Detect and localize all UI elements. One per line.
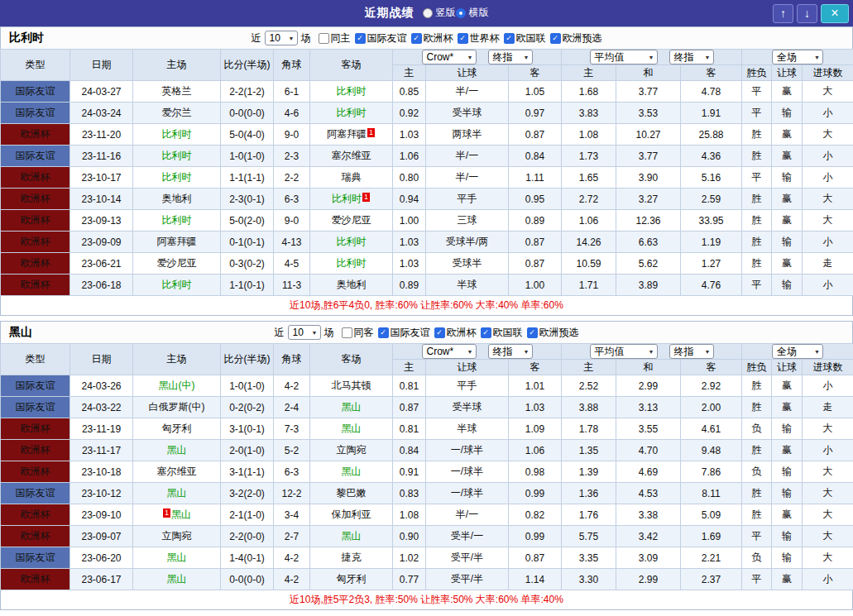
odds-final-select[interactable]: 终指▼: [488, 50, 533, 64]
bookmaker-select[interactable]: Crow*▼: [422, 50, 477, 64]
match-row: 欧洲杯23-10-18塞尔维亚3-1(1-1)6-3黑山0.91一/球半0.98…: [1, 461, 853, 483]
filter-checkbox-3[interactable]: ✓欧国联: [481, 326, 523, 340]
match-row: 国际友谊23-06-20黑山1-4(0-1)4-2捷克1.02受平/半0.873…: [1, 547, 853, 569]
filter-checkbox-1[interactable]: ✓国际友谊: [355, 31, 407, 45]
col-header-odds-away: 客: [509, 360, 562, 375]
match-row: 欧洲杯23-11-17黑山2-0(1-0)5-2立陶宛0.84一/球半1.061…: [1, 440, 853, 461]
checkbox-checked-icon: ✓: [378, 327, 389, 338]
handicap-cell: 受球半: [426, 253, 509, 275]
fullmatch-select[interactable]: 全场▼: [772, 50, 823, 64]
filter-checkbox-0[interactable]: 同客: [342, 326, 374, 340]
odds-final-select[interactable]: 终指▼: [488, 344, 533, 359]
average-final-select[interactable]: 终指▼: [669, 50, 714, 64]
move-up-button[interactable]: ↑: [773, 4, 793, 23]
team-section: 比利时 近 10▼ 场 同主✓国际友谊✓欧洲杯✓世界杯✓欧国联✓欧洲预选 类型 …: [0, 26, 853, 316]
competition-type-cell: 欧洲杯: [1, 210, 70, 232]
winlose-result-cell: 胜: [742, 253, 772, 275]
filter-checkbox-3[interactable]: ✓世界杯: [458, 31, 500, 45]
competition-type-cell: 欧洲杯: [1, 275, 70, 296]
close-button[interactable]: ×: [821, 4, 849, 23]
dropdown-arrow-icon: ▼: [705, 349, 711, 355]
team-label: 阿塞拜疆: [157, 236, 197, 247]
avg-away-cell: 1.69: [681, 526, 742, 547]
handicap-cell: 平手: [426, 375, 509, 397]
filter-checkbox-5[interactable]: ✓欧洲预选: [550, 31, 602, 45]
avg-home-cell: 3.35: [562, 547, 616, 569]
avg-draw-cell: 10.27: [616, 124, 681, 146]
team-label: 黑山: [167, 573, 187, 585]
filter-checkbox-4[interactable]: ✓欧洲预选: [527, 326, 579, 340]
winlose-result-cell: 平: [742, 569, 772, 590]
col-header-date: 日期: [70, 344, 133, 375]
filter-checkbox-0[interactable]: 同主: [319, 31, 351, 45]
avg-home-cell: 1.35: [562, 440, 616, 461]
competition-type-cell: 国际友谊: [1, 397, 70, 418]
col-header-type: 类型: [1, 50, 70, 81]
home-team-cell: 白俄罗斯(中): [133, 397, 221, 418]
competition-filters: 同客✓国际友谊✓欧洲杯✓欧国联✓欧洲预选: [338, 326, 579, 340]
checkbox-label: 同主: [331, 31, 351, 45]
team-label: 立陶宛: [337, 444, 367, 456]
handicap-result-cell: 赢: [772, 253, 803, 275]
away-team-cell: 黑山: [310, 526, 393, 547]
match-count-select[interactable]: 10▼: [265, 31, 298, 45]
avg-draw-cell: 3.90: [616, 167, 681, 189]
home-odds-cell: 0.94: [393, 189, 426, 210]
score-cell: 2-0(1-0): [221, 440, 274, 461]
filter-checkbox-2[interactable]: ✓欧洲杯: [411, 31, 453, 45]
handicap-cell: 受半球: [426, 103, 509, 124]
competition-type-cell: 欧洲杯: [1, 504, 70, 526]
avg-draw-cell: 4.53: [616, 483, 681, 504]
average-select[interactable]: 平均值▼: [590, 344, 658, 359]
filter-checkbox-2[interactable]: ✓欧洲杯: [434, 326, 477, 340]
team-label: 黎巴嫩: [337, 487, 367, 499]
checkbox-label: 国际友谊: [367, 31, 407, 45]
layout-radio-1[interactable]: 横版: [456, 6, 489, 20]
fullmatch-select[interactable]: 全场▼: [772, 344, 823, 359]
filter-checkbox-4[interactable]: ✓欧国联: [504, 31, 546, 45]
avg-draw-cell: 5.62: [616, 253, 681, 275]
avg-away-cell: 4.36: [681, 146, 742, 167]
home-team-cell: 黑山(中): [133, 375, 221, 397]
corner-cell: 2-3: [274, 146, 310, 167]
home-odds-cell: 0.90: [393, 526, 426, 547]
home-team-cell: 塞尔维亚: [133, 461, 221, 483]
home-odds-cell: 1.03: [393, 124, 426, 146]
average-select[interactable]: 平均值▼: [590, 50, 658, 64]
match-row: 国际友谊24-03-27英格兰2-2(1-2)6-1比利时0.85半/一1.05…: [1, 81, 853, 103]
score-cell: 1-1(1-1): [221, 167, 274, 189]
match-date-cell: 23-11-16: [70, 146, 133, 167]
away-odds-cell: 1.06: [509, 440, 562, 461]
avg-home-cell: 1.39: [562, 461, 616, 483]
bookmaker-select[interactable]: Crow*▼: [422, 344, 477, 359]
away-odds-cell: 1.01: [509, 375, 562, 397]
goals-result-cell: 大: [803, 418, 853, 440]
home-odds-cell: 1.03: [393, 232, 426, 253]
avg-away-cell: 33.95: [681, 210, 742, 232]
team-label: 比利时: [162, 150, 192, 161]
team-label: 黑山: [342, 423, 362, 434]
layout-radio-0[interactable]: 竖版: [423, 6, 456, 20]
checkbox-label: 欧国联: [493, 326, 523, 340]
avg-away-cell: 7.86: [681, 461, 742, 483]
team-label: 黑山: [167, 552, 187, 563]
match-count-select[interactable]: 10▼: [288, 325, 321, 340]
checkbox-checked-icon: ✓: [355, 33, 366, 44]
filter-near-label: 近: [252, 31, 261, 45]
corner-cell: 4-5: [274, 253, 310, 275]
home-team-cell: 黑山: [133, 547, 221, 569]
away-odds-cell: 1.00: [509, 275, 562, 296]
avg-draw-cell: 6.63: [616, 232, 681, 253]
average-final-select[interactable]: 终指▼: [669, 344, 714, 359]
handicap-cell: 受半球: [426, 397, 509, 418]
filter-checkbox-1[interactable]: ✓国际友谊: [378, 326, 430, 340]
score-cell: 2-2(0-0): [221, 526, 274, 547]
col-header-avg-home: 主: [562, 65, 616, 81]
move-down-button[interactable]: ↓: [797, 4, 817, 23]
goals-result-cell: 走: [803, 253, 853, 275]
average-group-header: 平均值▼ 终指▼: [562, 344, 742, 360]
handicap-result-cell: 输: [772, 483, 803, 504]
avg-home-cell: 14.26: [562, 232, 616, 253]
goals-result-cell: 小: [803, 103, 853, 124]
match-row: 欧洲杯23-06-17黑山0-0(0-0)4-2匈牙利0.77受平/半1.143…: [1, 569, 853, 590]
